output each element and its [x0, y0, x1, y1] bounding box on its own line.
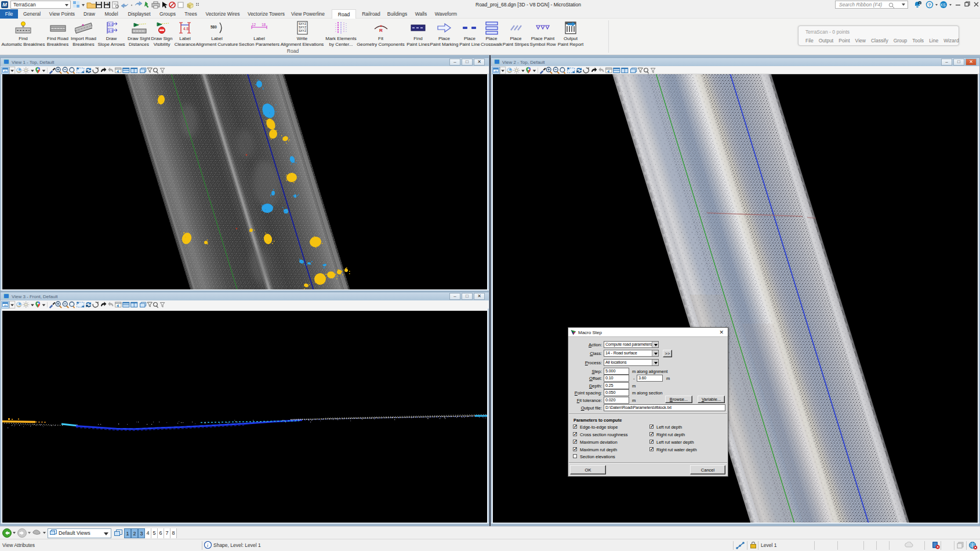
- svg-text:12: 12: [252, 23, 256, 27]
- svg-text:2: 2: [919, 2, 920, 5]
- svg-text:SXYZ: SXYZ: [299, 29, 307, 33]
- svg-text:KS: KS: [941, 3, 946, 7]
- svg-text:2.5: 2.5: [108, 29, 114, 32]
- svg-text:580: 580: [210, 25, 217, 29]
- svg-text:18: 18: [262, 23, 266, 27]
- svg-text:?: ?: [928, 2, 931, 8]
- svg-text:3.0: 3.0: [108, 23, 114, 26]
- svg-text:!: !: [107, 2, 108, 6]
- svg-text:R: R: [379, 28, 383, 33]
